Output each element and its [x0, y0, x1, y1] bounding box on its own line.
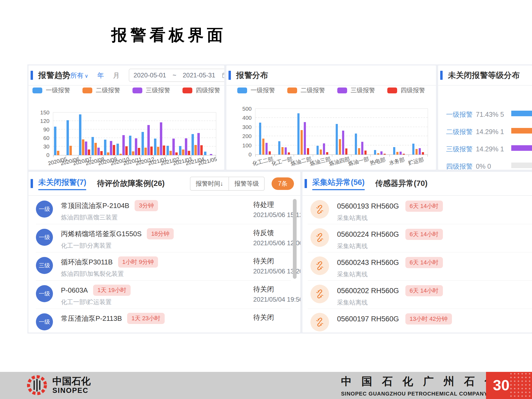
alarm-item-title: 循环油泵P3011B	[61, 257, 113, 267]
bar	[419, 148, 421, 155]
tab-open-alarms[interactable]: 未关闭报警(7)	[38, 177, 86, 190]
date-range-picker[interactable]: 2020-05-01 ~ 2021-05-31	[129, 69, 224, 82]
station-item-status: 采集站离线	[337, 270, 368, 279]
station-item-status: 采集站离线	[337, 214, 368, 222]
bar	[57, 151, 59, 155]
bar	[85, 142, 87, 155]
legend-item[interactable]: 一级报警	[237, 86, 275, 94]
x-axis-tick	[178, 155, 179, 157]
bar	[107, 152, 109, 155]
legend-label: 一级报警	[251, 86, 275, 94]
filter-month-link[interactable]: 月	[113, 71, 120, 80]
logo-text-cn: 中国石化	[52, 376, 91, 386]
alarm-list-item[interactable]: 一级P-0603A1天 19小时化工一部\贮运装置待关闭2021/05/04 1…	[28, 280, 300, 309]
level-label: 四级报警0% 0	[446, 162, 491, 170]
alarm-trend-title: 报警趋势	[38, 70, 70, 81]
station-item-status: 采集站离线	[337, 242, 368, 250]
bar	[82, 139, 84, 155]
legend-item[interactable]: 一级报警	[32, 86, 70, 94]
bar	[301, 130, 303, 155]
alarm-item-location: 炼油四部\蒸馏三装置	[61, 213, 118, 222]
accent-bar	[31, 179, 33, 188]
legend-item[interactable]: 四级报警	[182, 86, 220, 94]
legend-item[interactable]: 三级报警	[132, 86, 170, 94]
bar	[110, 141, 112, 155]
station-item-title: 05600224 RH560G	[337, 230, 399, 239]
x-axis-tick	[116, 155, 116, 157]
legend-chip	[337, 88, 347, 93]
tab-fault-cases[interactable]: 待评价故障案例(26)	[97, 178, 165, 189]
x-axis-tick	[66, 155, 66, 157]
sort-by-level-button[interactable]: 报警等级	[228, 177, 265, 191]
level-bar	[511, 163, 532, 168]
sinopec-logo: 中国石化 SINOPEC	[25, 373, 91, 397]
legend-item[interactable]: 二级报警	[82, 86, 120, 94]
alarm-distribution-legend: 一级报警二级报警三级报警四级报警	[226, 86, 436, 94]
alarm-level-badge: 一级	[36, 229, 53, 246]
filter-all-dropdown[interactable]: 所有∨	[70, 71, 88, 80]
alarm-trend-legend: 一级报警二级报警三级报警四级报警	[28, 86, 224, 94]
divider	[308, 280, 532, 281]
item-title-row: P-0603A1天 19小时	[61, 285, 131, 296]
bar	[262, 139, 264, 155]
bar	[396, 152, 398, 155]
x-axis-tick	[103, 155, 103, 157]
alarm-trend-chart: 03060901201502020/052020/062020/072020/0…	[53, 112, 216, 155]
level-distribution-row: 四级报警0% 0	[438, 162, 532, 169]
tab-sensor-anomaly[interactable]: 传感器异常(70)	[375, 178, 428, 189]
bar	[265, 143, 268, 155]
legend-item[interactable]: 三级报警	[337, 86, 375, 94]
alarm-item-status: 待反馈	[253, 228, 274, 238]
bar	[355, 134, 357, 155]
page-title: 报警看板界面	[111, 24, 226, 46]
bar	[361, 142, 363, 155]
legend-label: 四级报警	[401, 86, 425, 94]
scrollbar-thumb[interactable]	[293, 199, 297, 279]
bar	[97, 148, 100, 155]
divider	[308, 252, 532, 252]
tab-station-anomaly[interactable]: 采集站异常(56)	[312, 177, 365, 190]
bar	[320, 149, 322, 155]
divider	[36, 280, 291, 281]
alarm-list-item[interactable]: 三级循环油泵P3011B1小时 9分钟炼油四部\加氢裂化装置待关闭2021/05…	[28, 252, 300, 280]
legend-label: 二级报警	[301, 86, 325, 94]
duration-badge: 6天 14小时	[405, 229, 443, 240]
legend-item[interactable]: 四级报警	[387, 86, 425, 94]
bar	[197, 133, 200, 155]
alarm-list-item[interactable]: 一级丙烯精馏塔塔釜泵G1550S18分钟化工一部\分离装置待反馈2021/05/…	[28, 224, 300, 252]
x-axis-tick	[389, 155, 390, 157]
x-axis-tick	[427, 155, 428, 157]
date-end: 2021-05-31	[183, 72, 215, 79]
station-list-item[interactable]: 05600243 RH560G6天 14小时采集站离线	[302, 252, 532, 280]
alarm-item-location: 化工一部\贮运装置	[61, 298, 111, 306]
divider	[36, 224, 291, 224]
alarm-list-item[interactable]: 一级常压渣油泵P-2113B1天 23小时待关闭	[28, 309, 300, 332]
y-axis-label: 100	[233, 142, 252, 149]
station-list-item[interactable]: 05600202 RH560G6天 14小时采集站离线	[302, 280, 532, 309]
alarm-list-item[interactable]: 一级常顶回流油泵P-2104B3分钟炼油四部\蒸馏三装置待处理2021/05/0…	[28, 196, 300, 224]
alarm-item-status: 待关闭	[253, 313, 274, 322]
filter-year-link[interactable]: 年	[97, 71, 104, 80]
bar	[175, 152, 178, 155]
bar	[317, 146, 319, 155]
bar	[323, 143, 325, 155]
station-list-item[interactable]: 05600224 RH560G6天 14小时采集站离线	[302, 224, 532, 252]
level-distribution-row: 一级报警71.43% 5	[438, 110, 532, 118]
station-list-item[interactable]: 05600193 RH560G6天 14小时采集站离线	[302, 196, 532, 224]
bar	[259, 123, 261, 155]
bar	[117, 144, 119, 155]
gridline	[255, 127, 428, 127]
footer: 中国石化 SINOPEC 中 国 石 化 广 州 石 化 公 司 SINOPEC…	[0, 372, 532, 399]
bar	[169, 151, 172, 155]
item-title-row: 常顶回流油泵P-2104B3分钟	[61, 200, 158, 211]
sort-by-time-button[interactable]: 报警时间↓	[190, 177, 229, 191]
bar	[304, 122, 306, 155]
bar	[129, 136, 131, 155]
station-list-item[interactable]: 05600197 RH560G13小时 42分钟	[302, 309, 532, 332]
broken-link-icon	[310, 256, 329, 275]
legend-item[interactable]: 二级报警	[287, 86, 325, 94]
legend-chip	[32, 88, 42, 93]
x-axis-tick	[351, 155, 351, 157]
divider	[36, 309, 291, 309]
gridline	[53, 129, 216, 130]
